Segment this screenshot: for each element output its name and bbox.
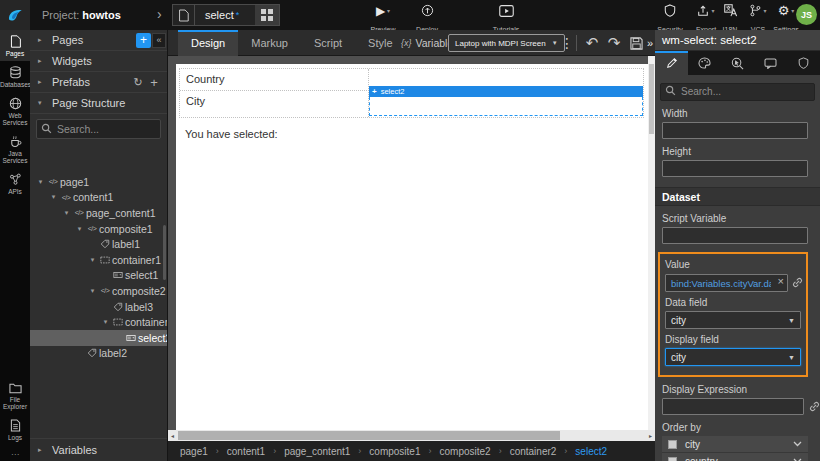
canvas-horizontal-scrollbar[interactable]: ◂ ▸ <box>168 430 655 441</box>
redo-icon[interactable]: ↷ <box>604 30 624 56</box>
device-selector[interactable]: Laptop with MDPI Screen ▼ <box>448 34 565 52</box>
data-field-select[interactable]: city ▼ <box>665 311 801 329</box>
tree-scrollbar[interactable] <box>163 225 166 280</box>
order-by-option-city[interactable]: city <box>662 436 808 453</box>
tab-security[interactable] <box>787 51 820 75</box>
script-variable-input[interactable] <box>662 227 808 244</box>
tab-events[interactable] <box>721 51 754 75</box>
tree-item-container2[interactable]: ▾ container2 <box>30 314 167 330</box>
caret-down-icon[interactable]: ▾ <box>87 287 98 295</box>
canvas-vertical-scrollbar[interactable] <box>648 56 655 430</box>
bind-icon[interactable] <box>792 277 803 288</box>
breadcrumb-page1[interactable]: page1 <box>180 446 208 457</box>
tree-item-label1[interactable]: label1 <box>30 236 167 252</box>
save-icon[interactable] <box>626 30 646 56</box>
tab-markup[interactable]: Markup <box>238 30 301 56</box>
property-search-input[interactable] <box>660 83 815 101</box>
caret-down-icon[interactable]: ▾ <box>100 318 111 326</box>
section-variables[interactable]: ▸ Variables <box>30 438 167 461</box>
breadcrumb-container2[interactable]: container2 <box>510 446 557 457</box>
tab-properties[interactable] <box>655 51 688 75</box>
breadcrumb-composite2[interactable]: composite2 <box>440 446 491 457</box>
tree-item-label2[interactable]: label2 <box>30 346 167 362</box>
breadcrumb-content1[interactable]: content1 <box>227 446 265 457</box>
design-canvas[interactable]: Country City + select2 You have selected… <box>168 56 655 430</box>
user-avatar[interactable]: JS <box>796 4 817 25</box>
open-page-tab[interactable]: select * <box>172 4 280 26</box>
bind-icon[interactable] <box>809 401 820 412</box>
add-prefab-button[interactable]: + <box>147 75 161 90</box>
caret-down-icon[interactable]: ▾ <box>87 256 98 264</box>
scrollbar-thumb[interactable] <box>178 431 560 440</box>
caret-down-icon[interactable]: ▾ <box>48 193 59 201</box>
rail-item-java-services[interactable]: Java Services <box>0 130 30 168</box>
collapse-panel-button[interactable]: « <box>152 33 166 48</box>
rail-item-logs[interactable]: Logs <box>0 414 30 445</box>
value-input[interactable] <box>665 274 788 292</box>
overflow-icon[interactable]: ⋯ <box>0 450 30 459</box>
caret-down-icon: ▼ <box>788 354 795 361</box>
tab-style[interactable]: Style <box>355 30 405 56</box>
tree-item-page1[interactable]: ▾ </> page1 <box>30 174 167 190</box>
undo-icon[interactable]: ↶ <box>582 30 602 56</box>
rail-item-apis[interactable]: APIs <box>0 168 30 199</box>
tree-item-container1[interactable]: ▾ container1 <box>30 252 167 268</box>
tree-item-select2[interactable]: select2 <box>30 330 167 346</box>
tree-item-content1[interactable]: ▾ </> content1 <box>30 190 167 206</box>
select2-widget[interactable]: + select2 <box>369 86 643 116</box>
caret-down-icon[interactable]: ▾ <box>61 209 72 217</box>
order-by-option-country[interactable]: country <box>662 453 808 461</box>
move-icon[interactable]: + <box>372 87 377 96</box>
rail-item-web-services[interactable]: Web Services <box>0 92 30 130</box>
section-page-structure[interactable]: ▾ Page Structure <box>30 93 167 114</box>
tree-item-label3[interactable]: label3 <box>30 299 167 315</box>
tab-design[interactable]: Design <box>178 30 238 56</box>
height-input[interactable] <box>662 160 808 177</box>
tree-item-page_content1[interactable]: ▾ </> page_content1 <box>30 205 167 221</box>
width-input[interactable] <box>662 122 808 139</box>
add-page-button[interactable]: + <box>136 33 151 48</box>
tab-messages[interactable] <box>754 51 787 75</box>
project-breadcrumb: Project: howtos <box>42 0 121 30</box>
breadcrumb-composite1[interactable]: composite1 <box>369 446 420 457</box>
tab-styles[interactable] <box>688 51 721 75</box>
display-field-select[interactable]: city ▼ <box>665 348 801 366</box>
tree-item-composite2[interactable]: ▾ </> composite2 <box>30 283 167 299</box>
display-expression-input[interactable] <box>662 398 804 415</box>
rail-item-file-explorer[interactable]: File Explorer <box>0 377 30 414</box>
section-widgets[interactable]: ▸ Widgets <box>30 51 167 72</box>
chevron-down-icon[interactable]: ▾ <box>387 4 390 18</box>
chevron-down-icon[interactable] <box>793 441 802 447</box>
page-preview[interactable]: Country City + select2 You have selected… <box>176 64 648 430</box>
scroll-left-icon[interactable]: ◂ <box>168 430 177 441</box>
tree-search-input[interactable] <box>36 119 161 139</box>
expand-panel-icon[interactable]: » <box>645 30 655 56</box>
rail-item-pages[interactable]: Pages <box>0 30 30 61</box>
refresh-icon[interactable]: ↻ <box>131 75 145 90</box>
city-label[interactable]: City <box>186 95 205 107</box>
breadcrumb-select2[interactable]: select2 <box>575 446 607 457</box>
composite-rows[interactable]: Country City + select2 <box>179 68 644 118</box>
select2-widget-body[interactable] <box>369 97 643 116</box>
scrollbar-thumb[interactable] <box>649 64 654 134</box>
device-selector-label: Laptop with MDPI Screen <box>455 39 546 48</box>
more-options-icon[interactable]: ⋮ <box>560 30 574 56</box>
wavemaker-logo-icon[interactable] <box>0 0 30 30</box>
country-label[interactable]: Country <box>186 73 225 85</box>
page-switcher-icon[interactable] <box>255 5 279 25</box>
tree-item-select1[interactable]: select1 <box>30 268 167 284</box>
breadcrumb-page_content1[interactable]: page_content1 <box>284 446 350 457</box>
tree-item-composite1[interactable]: ▾ </> composite1 <box>30 221 167 237</box>
section-prefabs[interactable]: ▸ Prefabs ↻ + <box>30 72 167 93</box>
section-pages[interactable]: ▸ Pages + « <box>30 30 167 51</box>
select2-widget-header[interactable]: + select2 <box>369 86 643 97</box>
caret-down-icon[interactable]: ▾ <box>35 178 46 186</box>
clear-value-icon[interactable]: × <box>778 275 784 287</box>
checkbox[interactable] <box>668 457 677 461</box>
tab-script[interactable]: Script <box>301 30 355 56</box>
caret-down-icon[interactable]: ▾ <box>74 225 85 233</box>
rail-item-databases[interactable]: Databases <box>0 61 30 92</box>
scroll-right-icon[interactable]: ▸ <box>646 430 655 441</box>
chevron-down-icon[interactable]: ▾ <box>791 4 794 18</box>
checkbox[interactable] <box>668 440 677 449</box>
